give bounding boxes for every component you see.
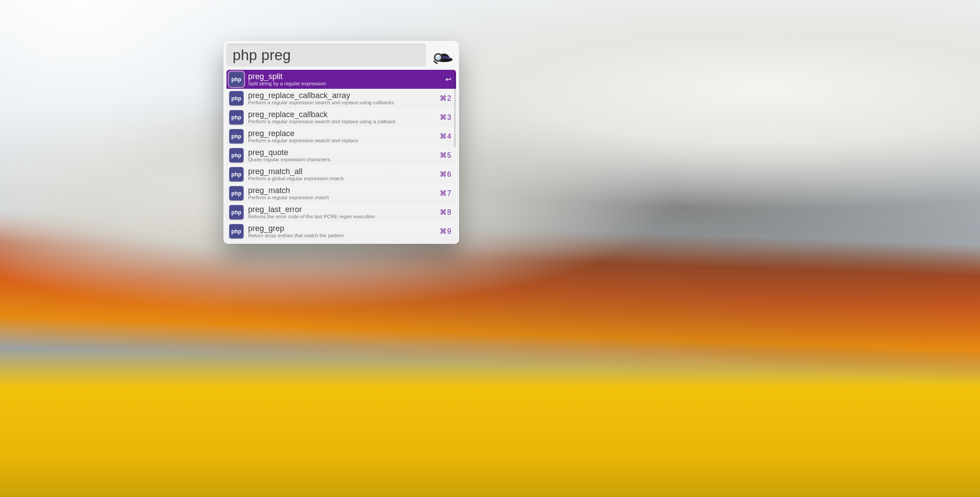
php-icon-label: php [231,171,241,178]
result-shortcut: ⌘8 [440,208,452,216]
desktop-wallpaper [0,0,980,497]
result-title: preg_replace [248,129,433,138]
result-row[interactable]: phppreg_replacePerform a regular express… [226,127,456,146]
result-subtitle: Perform a regular expression match [248,195,433,201]
result-subtitle: Perform a regular expression search and … [248,138,433,144]
result-shortcut: ↩ [445,75,452,83]
result-shortcut: ⌘7 [440,189,452,197]
php-icon: php [229,205,244,220]
result-subtitle: Perform a regular expression search and … [248,119,433,125]
result-shortcut: ⌘5 [440,151,452,159]
php-icon: php [229,224,244,239]
result-row[interactable]: phppreg_matchPerform a regular expressio… [226,184,456,203]
result-subtitle: Returns the error code of the last PCRE … [248,214,433,220]
result-text: preg_replace_callback_arrayPerform a reg… [248,91,433,106]
php-icon-label: php [231,95,241,102]
php-icon: php [229,91,244,106]
result-row[interactable]: phppreg_splitSplit string by a regular e… [226,70,456,89]
result-shortcut: ⌘9 [440,227,452,235]
php-icon: php [229,110,244,125]
result-title: preg_quote [248,148,433,157]
php-icon-label: php [231,152,241,159]
php-icon-label: php [231,76,241,83]
result-title: preg_last_error [248,205,433,214]
result-row[interactable]: phppreg_quoteQuote regular expression ch… [226,146,456,165]
result-title: preg_replace_callback_array [248,91,433,100]
result-shortcut: ⌘4 [440,132,452,140]
result-row[interactable]: phppreg_replace_callbackPerform a regula… [226,108,456,127]
result-text: preg_splitSplit string by a regular expr… [248,72,438,87]
result-subtitle: Split string by a regular expression [248,81,438,87]
result-title: preg_grep [248,224,433,233]
php-icon-label: php [231,209,241,216]
search-input[interactable] [226,44,426,67]
php-icon-label: php [231,133,241,140]
php-icon: php [229,167,244,182]
result-row[interactable]: phppreg_grepReturn array entries that ma… [226,222,456,241]
search-row [226,44,456,67]
result-title: preg_replace_callback [248,110,433,119]
result-text: preg_grepReturn array entries that match… [248,224,433,239]
result-row[interactable]: phppreg_last_errorReturns the error code… [226,203,456,222]
svg-point-3 [435,54,441,60]
result-subtitle: Return array entries that match the patt… [248,233,433,239]
result-shortcut: ⌘3 [440,113,452,121]
result-title: preg_split [248,72,438,81]
result-shortcut: ⌘6 [440,170,452,178]
result-title: preg_match_all [248,167,433,176]
result-text: preg_matchPerform a regular expression m… [248,186,433,201]
result-subtitle: Quote regular expression characters [248,157,433,163]
results-list: phppreg_splitSplit string by a regular e… [226,70,456,241]
launcher-window: phppreg_splitSplit string by a regular e… [223,41,459,244]
php-icon-label: php [231,228,241,235]
app-logo-icon [430,44,456,67]
result-shortcut: ⌘2 [440,94,452,102]
result-subtitle: Perform a global regular expression matc… [248,176,433,182]
result-text: preg_quoteQuote regular expression chara… [248,148,433,163]
result-text: preg_replacePerform a regular expression… [248,129,433,144]
php-icon: php [229,186,244,201]
result-text: preg_replace_callbackPerform a regular e… [248,110,433,125]
result-text: preg_match_allPerform a global regular e… [248,167,433,182]
php-icon-label: php [231,190,241,197]
result-title: preg_match [248,186,433,195]
result-subtitle: Perform a regular expression search and … [248,100,433,106]
result-row[interactable]: phppreg_match_allPerform a global regula… [226,165,456,184]
php-icon: php [229,72,244,87]
php-icon-label: php [231,114,241,121]
result-row[interactable]: phppreg_replace_callback_arrayPerform a … [226,89,456,108]
php-icon: php [229,129,244,144]
php-icon: php [229,148,244,163]
result-text: preg_last_errorReturns the error code of… [248,205,433,220]
